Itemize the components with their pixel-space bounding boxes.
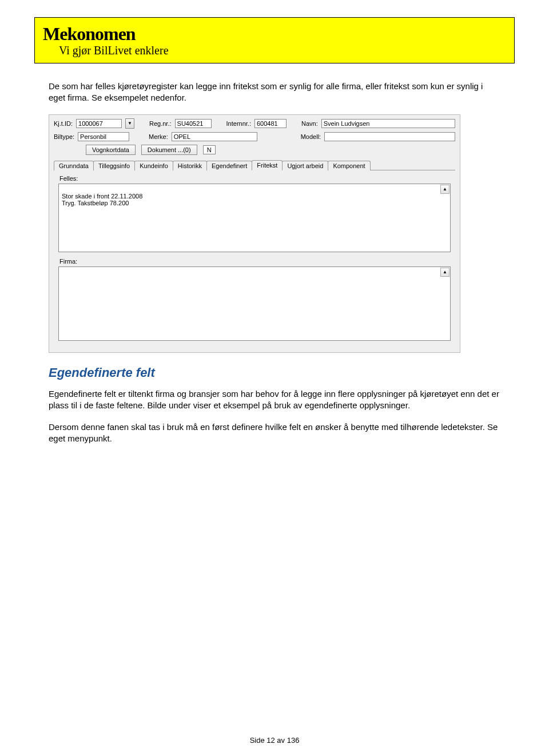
page-header: Mekonomen Vi gjør BilLivet enklere — [34, 17, 515, 63]
input-kjtid[interactable]: 1000067 — [76, 119, 122, 128]
scroll-up-icon-2[interactable]: ▲ — [440, 268, 449, 277]
label-internnr: Internnr.: — [226, 120, 251, 127]
tab-grunndata[interactable]: Grunndata — [54, 161, 94, 170]
input-navn[interactable]: Svein Ludvigsen — [321, 119, 455, 128]
button-vognkortdata[interactable]: Vognkortdata — [86, 145, 136, 155]
paragraph-3: Dersom denne fanen skal tas i bruk må en… — [49, 421, 500, 445]
tab-strip: Grunndata Tilleggsinfo Kundeinfo Histori… — [54, 160, 455, 170]
input-biltype[interactable]: Personbil — [78, 132, 129, 141]
tab-egendefinert[interactable]: Egendefinert — [206, 161, 252, 170]
tab-komponent[interactable]: Komponent — [328, 161, 370, 170]
input-n[interactable]: N — [203, 145, 216, 154]
logo-text: Mekonomen — [43, 25, 506, 43]
label-kjtid: Kj.t.ID: — [54, 120, 73, 127]
app-window: Kj.t.ID: 1000067 ▼ Reg.nr.: SU40521 Inte… — [49, 114, 460, 353]
input-regnr[interactable]: SU40521 — [175, 119, 212, 128]
label-biltype: Biltype: — [54, 133, 74, 140]
page-footer: Side 12 av 136 — [0, 736, 549, 745]
textarea-felles[interactable]: Stor skade i front 22.11.2008 Tryg. Taks… — [58, 184, 451, 252]
tagline-text: Vi gjør BilLivet enklere — [43, 44, 506, 57]
tab-historikk[interactable]: Historikk — [173, 161, 207, 170]
label-felles: Felles: — [59, 175, 451, 182]
tab-kundeinfo[interactable]: Kundeinfo — [134, 161, 173, 170]
tab-tilleggsinfo[interactable]: Tilleggsinfo — [93, 161, 135, 170]
input-internnr[interactable]: 600481 — [254, 119, 287, 128]
tab-fritekst[interactable]: Fritekst — [252, 160, 283, 170]
intro-paragraph: De som har felles kjøretøyregister kan l… — [49, 81, 500, 104]
paragraph-2: Egendefinerte felt er tiltenkt firma og … — [49, 388, 500, 412]
input-merke[interactable]: OPEL — [172, 132, 257, 141]
textarea-felles-content: Stor skade i front 22.11.2008 Tryg. Taks… — [62, 193, 142, 206]
textarea-firma[interactable]: ▲ — [58, 266, 451, 341]
label-navn: Navn: — [301, 120, 318, 127]
tab-ugjort-arbeid[interactable]: Ugjort arbeid — [282, 161, 328, 170]
section-heading: Egendefinerte felt — [49, 365, 500, 380]
label-merke: Merke: — [149, 133, 168, 140]
label-modell: Modell: — [301, 133, 321, 140]
label-firma: Firma: — [59, 258, 451, 265]
label-regnr: Reg.nr.: — [149, 120, 172, 127]
button-dokument[interactable]: Dokument ...(0) — [141, 145, 197, 155]
input-modell[interactable] — [324, 132, 455, 141]
scroll-up-icon[interactable]: ▲ — [440, 185, 449, 194]
dropdown-kjtid-icon[interactable]: ▼ — [125, 118, 134, 129]
